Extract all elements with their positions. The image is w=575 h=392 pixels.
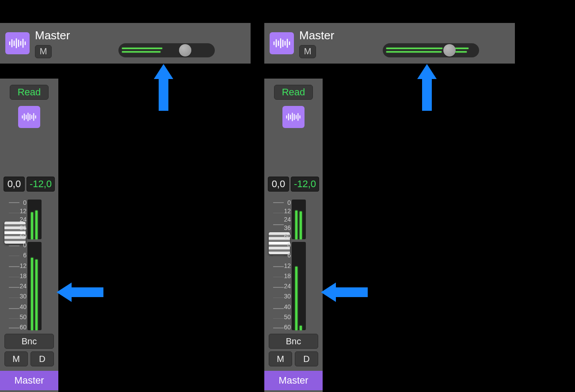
track-name: Master: [35, 29, 70, 42]
track-header-left: Master M: [0, 23, 251, 64]
dim-button[interactable]: D: [295, 351, 318, 366]
waveform-icon: [282, 106, 305, 128]
mute-button[interactable]: M: [35, 45, 52, 58]
channel-strip-right: Read 0,0 -12,0: [264, 79, 323, 392]
mute-button[interactable]: M: [4, 351, 28, 366]
bounce-button[interactable]: Bnc: [4, 334, 54, 349]
dim-button[interactable]: D: [30, 351, 54, 366]
automation-mode-button[interactable]: Read: [10, 85, 49, 100]
waveform-icon: [18, 106, 40, 128]
level-meter-bottom: 0 6 12 18 24 30 40 50 60: [292, 242, 306, 330]
level-meter-top: 0 12 24 36 60: [27, 200, 42, 239]
mute-button[interactable]: M: [299, 45, 316, 58]
waveform-icon: [270, 32, 294, 54]
annotation-arrow-up: [417, 64, 437, 111]
bounce-button[interactable]: Bnc: [269, 334, 318, 349]
level-meter-bottom: 0 6 12 18 24 30 40 50 60: [27, 242, 42, 330]
level-meter-top: 0 12 24 36 60: [292, 200, 306, 239]
annotation-arrow-left: [321, 283, 368, 302]
gain-value[interactable]: 0,0: [4, 177, 25, 192]
gain-value[interactable]: 0,0: [268, 177, 289, 192]
track-header-right: Master M: [264, 23, 515, 64]
channel-label: Master: [0, 371, 58, 390]
peak-value[interactable]: -12,0: [27, 177, 55, 192]
peak-value[interactable]: -12,0: [291, 177, 319, 192]
automation-mode-button[interactable]: Read: [274, 85, 313, 100]
annotation-arrow-left: [57, 283, 103, 302]
waveform-icon: [5, 32, 30, 54]
slider-thumb[interactable]: [179, 44, 191, 57]
track-name: Master: [299, 29, 334, 42]
volume-slider[interactable]: [118, 43, 215, 57]
channel-strip-left: Read 0,0 -12,0: [0, 79, 58, 392]
channel-label: Master: [264, 371, 323, 390]
annotation-arrow-up: [154, 64, 173, 111]
slider-thumb[interactable]: [443, 44, 456, 57]
mute-button[interactable]: M: [269, 351, 292, 366]
volume-slider[interactable]: [383, 43, 479, 57]
